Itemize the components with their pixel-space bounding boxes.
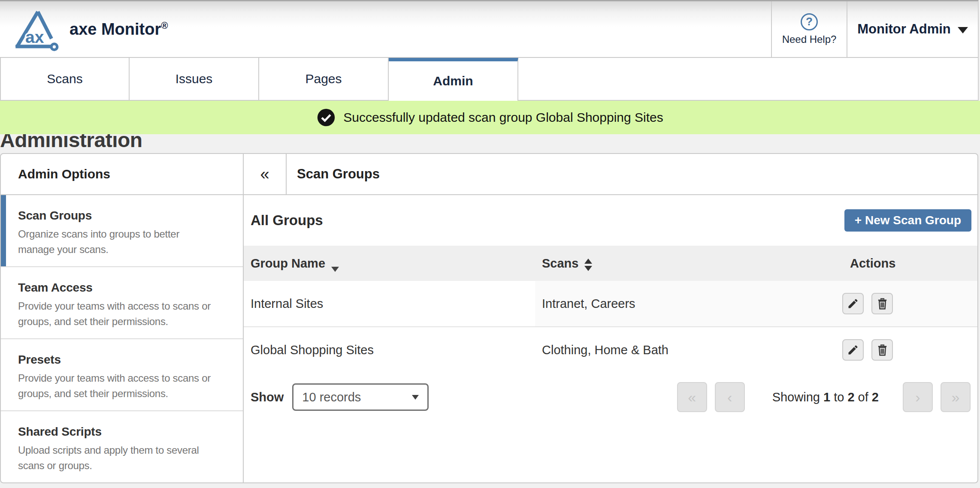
banner-message: Successfully updated scan group Global S… — [343, 110, 663, 125]
need-help-label: Need Help? — [782, 33, 837, 45]
tab-admin[interactable]: Admin — [389, 58, 518, 101]
sidebar-item-shared-scripts[interactable]: Shared Scripts Upload scripts and apply … — [1, 411, 243, 482]
group-name-cell: Internal Sites — [244, 281, 535, 327]
sidebar-title: Admin Options — [1, 154, 243, 195]
group-name-cell: Global Shopping Sites — [244, 327, 535, 373]
first-page-button[interactable]: « — [677, 382, 707, 412]
tabs-filler — [518, 58, 978, 101]
trash-icon — [876, 297, 889, 310]
column-header-scans[interactable]: Scans — [535, 246, 840, 281]
page-size-select[interactable]: 10 records — [292, 383, 429, 411]
page-size-value: 10 records — [302, 390, 361, 404]
sort-icon — [584, 259, 592, 271]
admin-panel: Admin Options Scan Groups Organize scans… — [0, 153, 978, 483]
logo-text: ax — [25, 28, 44, 46]
chevron-down-icon — [958, 27, 968, 33]
scan-groups-table: Group Name Scans Actions Internal Sites … — [244, 246, 977, 373]
sidebar-item-description: Provide your teams with access to scans … — [18, 298, 239, 329]
last-page-button[interactable]: » — [941, 382, 971, 412]
app-header: ax axe Monitor® ? Need Help? Monitor Adm… — [0, 0, 979, 58]
main-section: « Scan Groups All Groups + New Scan Grou… — [244, 154, 977, 482]
main-header: « Scan Groups — [244, 154, 977, 195]
edit-button[interactable] — [842, 339, 864, 361]
actions-cell — [840, 281, 977, 327]
tab-issues[interactable]: Issues — [130, 58, 259, 101]
pagination: Show 10 records « ‹ Showing 1 to 2 of 2 … — [244, 382, 977, 412]
trash-icon — [876, 343, 889, 357]
table-header-row: Group Name Scans Actions — [244, 246, 977, 281]
pencil-icon — [847, 344, 859, 356]
need-help-button[interactable]: ? Need Help? — [771, 1, 847, 57]
success-banner: Successfully updated scan group Global S… — [0, 101, 980, 134]
user-menu-label: Monitor Admin — [857, 21, 951, 37]
help-icon: ? — [801, 13, 818, 30]
tab-scans[interactable]: Scans — [0, 58, 130, 101]
main-nav: Scans Issues Pages Admin — [0, 58, 979, 101]
column-header-group-name[interactable]: Group Name — [244, 246, 535, 281]
table-row: Internal Sites Intranet, Careers — [244, 281, 977, 327]
sort-desc-icon — [331, 267, 339, 272]
show-label: Show — [251, 390, 284, 404]
new-scan-group-button[interactable]: + New Scan Group — [844, 209, 971, 232]
sidebar-item-description: Upload scripts and apply them to several… — [18, 443, 239, 473]
check-icon — [317, 108, 336, 127]
prev-page-button[interactable]: ‹ — [715, 382, 745, 412]
axe-logo: ax — [12, 9, 65, 52]
delete-button[interactable] — [871, 293, 893, 314]
sidebar-item-label: Shared Scripts — [18, 425, 239, 439]
edit-button[interactable] — [842, 293, 864, 314]
collapse-sidebar-button[interactable]: « — [244, 154, 287, 194]
panel-title: Scan Groups — [287, 154, 380, 194]
brand: ax axe Monitor® — [0, 1, 771, 57]
sidebar-item-scan-groups[interactable]: Scan Groups Organize scans into groups t… — [1, 195, 243, 267]
sidebar-item-label: Scan Groups — [18, 209, 239, 223]
tab-pages[interactable]: Pages — [259, 58, 389, 101]
scans-cell: Intranet, Careers — [535, 281, 840, 327]
user-menu[interactable]: Monitor Admin — [847, 1, 978, 57]
sidebar-item-presets[interactable]: Presets Provide your teams with access t… — [1, 339, 243, 411]
sidebar-item-label: Presets — [18, 353, 239, 367]
actions-cell — [840, 327, 977, 373]
sidebar-item-description: Organize scans into groups to better man… — [18, 226, 239, 257]
column-header-actions: Actions — [840, 246, 977, 281]
app-title: axe Monitor® — [70, 20, 168, 39]
scans-cell: Clothing, Home & Bath — [535, 327, 840, 373]
delete-button[interactable] — [871, 339, 893, 361]
sidebar-item-description: Provide your teams with access to scans … — [18, 371, 239, 401]
table-row: Global Shopping Sites Clothing, Home & B… — [244, 327, 977, 373]
pencil-icon — [847, 298, 859, 310]
next-page-button[interactable]: › — [903, 382, 933, 412]
sidebar-item-team-access[interactable]: Team Access Provide your teams with acce… — [1, 267, 243, 339]
section-title: All Groups — [251, 212, 323, 229]
showing-summary: Showing 1 to 2 of 2 — [772, 390, 879, 404]
page-heading: Administration — [0, 134, 980, 153]
chevron-down-icon — [412, 395, 419, 400]
sidebar-item-label: Team Access — [18, 281, 239, 295]
admin-options-sidebar: Admin Options Scan Groups Organize scans… — [1, 154, 244, 482]
page-title: Administration — [0, 134, 980, 152]
